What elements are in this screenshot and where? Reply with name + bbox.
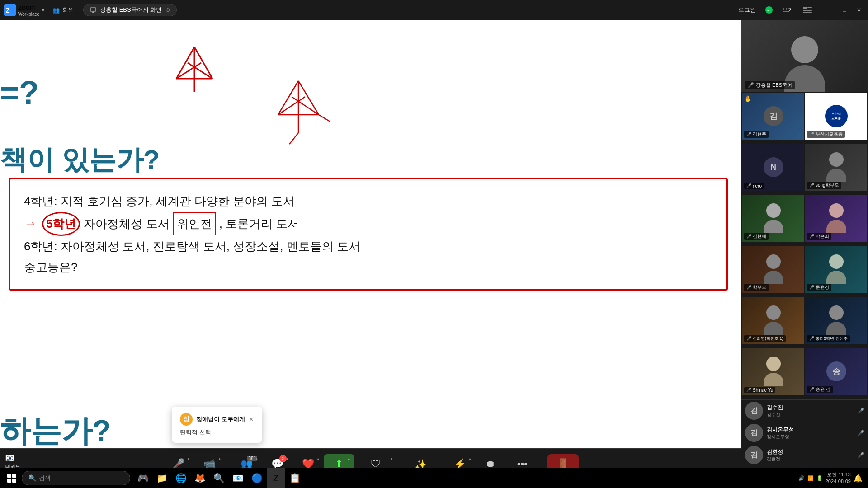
share-caret[interactable]: ▲ — [347, 457, 351, 461]
person-body — [826, 220, 846, 233]
named-participant-row: 김 김시온무성 김시온무성 🎤 — [741, 422, 868, 444]
person-head — [829, 305, 844, 320]
svg-rect-8 — [807, 7, 812, 8]
meeting-label: 회의 — [62, 6, 74, 14]
slide-content: =? 책이 있는가? 4학년: 지적 호기심 증가, 세계관 다양한 분야의 도… — [0, 20, 741, 488]
red-star-1 — [158, 42, 231, 106]
taskbar-app-2[interactable]: 📁 — [153, 468, 171, 488]
notification-icon[interactable]: 🔔 — [854, 474, 863, 483]
mic-icon: 🎤 — [746, 285, 751, 290]
taskbar-app-6[interactable]: 📧 — [229, 468, 247, 488]
zoom-logo[interactable]: Z zoom Workplace ▾ — [4, 4, 44, 17]
shield-icon: ✓ — [765, 6, 773, 14]
np-name: 김수진 — [767, 404, 858, 412]
participant-name-tag: 🎤 학부모 — [744, 284, 769, 291]
red-star-2 — [258, 74, 339, 151]
chat-caret[interactable]: ▲ — [286, 457, 289, 461]
participant-name-tag: 🎤 nero — [744, 183, 764, 189]
maximize-btn[interactable]: □ — [839, 5, 850, 15]
svg-line-16 — [176, 63, 201, 79]
slide-main-question: 책이 있는가? — [0, 142, 160, 178]
participant-name-tag: 🎤 박은희 — [807, 233, 831, 240]
participant-cell: 🎤 홍리5학년 권혜주 — [805, 297, 867, 344]
notif-message: 탄력적 선택 — [180, 428, 254, 436]
right-panel[interactable]: › 🎤 강홍철 EBS국어 ✋ 김 — [741, 20, 868, 488]
participant-avatar: 송 — [826, 361, 846, 381]
search-placeholder: 검색 — [39, 474, 51, 482]
svg-line-17 — [188, 63, 212, 79]
taskbar-app-4[interactable]: 🦊 — [191, 468, 209, 488]
participant-name: 부산시교육총 — [816, 131, 843, 137]
active-screen-tab[interactable]: 강홍철 EBS국어의 화면 ⊙ — [83, 4, 177, 16]
taskbar-app-8[interactable]: 📋 — [286, 468, 304, 488]
notif-sender: 정애님이 모두에게 — [196, 415, 245, 423]
audio-caret[interactable]: ▲ — [187, 457, 190, 461]
participants-caret[interactable]: ▲ — [255, 457, 259, 461]
svg-rect-11 — [803, 12, 812, 13]
slide-content-box: 4학년: 지적 호기심 증가, 세계관 다양한 분야의 도서 → 5학년 자아정… — [9, 178, 728, 291]
svg-rect-7 — [803, 7, 807, 9]
mic-icon: 🎤 — [809, 183, 814, 188]
apps-caret[interactable]: ▲ — [468, 457, 472, 461]
windows-icon — [7, 474, 16, 483]
host-tools-caret[interactable]: ▲ — [390, 457, 393, 461]
taskbar-app-1[interactable]: 🎮 — [134, 468, 152, 488]
presentation-area: =? 책이 있는가? 4학년: 지적 호기심 증가, 세계관 다양한 분야의 도… — [0, 20, 741, 488]
participant-name-tag: 🎤 부산시교육총 — [807, 131, 845, 138]
active-tab-label: 강홍철 EBS국어의 화면 — [100, 6, 162, 14]
app-dropdown-arrow[interactable]: ▾ — [42, 8, 44, 13]
participant-name: 홍리5학년 권혜주 — [816, 336, 848, 342]
main-content: =? 책이 있는가? 4학년: 지적 호기심 증가, 세계관 다양한 분야의 도… — [0, 20, 868, 488]
participant-name: nero — [753, 183, 762, 188]
svg-line-13 — [194, 47, 212, 79]
user-flag: 🇰🇷 — [5, 454, 37, 462]
np-avatar: 김 — [745, 424, 763, 442]
tray-icon-3: 🔋 — [816, 475, 823, 481]
start-button[interactable] — [2, 468, 22, 488]
active-tab-options[interactable]: ⊙ — [165, 7, 170, 13]
svg-rect-10 — [803, 10, 812, 11]
minimize-btn[interactable]: ─ — [825, 5, 835, 15]
mic-icon: 🎤 — [809, 285, 814, 290]
taskbar-search[interactable]: 🔍 검색 — [22, 471, 130, 485]
participant-name: 문윤경 — [816, 284, 829, 291]
mic-icon: 🎤 — [809, 234, 814, 239]
participant-cell: ✋ 김 🎤 김현주 — [742, 93, 804, 140]
org-logo: 부산시교육총 — [825, 105, 848, 127]
grade5-rest: 자아정체성 도서 — [84, 213, 169, 235]
participant-cell: N 🎤 nero — [742, 144, 804, 191]
participant-name: Shinae Yu — [753, 388, 773, 393]
person-head — [766, 357, 781, 371]
taskbar-zoom-app[interactable]: Z — [267, 468, 285, 488]
close-btn[interactable]: ✕ — [854, 5, 864, 15]
zoom-icon: Z — [4, 4, 16, 16]
notif-close-btn[interactable]: ✕ — [249, 416, 254, 423]
participant-name: 신회영(학진조 1) — [753, 336, 783, 342]
participant-avatar: N — [764, 157, 783, 177]
slide-question-1: =? — [0, 74, 39, 111]
mic-icon: 🎤 — [746, 183, 751, 188]
zoom-wordmark: zoom — [18, 4, 39, 12]
mic-icon: 🎤 — [809, 336, 814, 341]
mic-icon: 🎤 — [746, 132, 751, 136]
screen-share-icon — [90, 7, 96, 13]
participant-name: song학부모 — [816, 182, 839, 188]
named-participant-row: 김 김수진 김수진 🎤 — [741, 399, 868, 422]
person-body — [764, 322, 783, 335]
participant-name: 김현예 — [753, 233, 766, 239]
taskbar-app-7[interactable]: 🔵 — [248, 468, 266, 488]
taskbar-app-3[interactable]: 🌐 — [172, 468, 190, 488]
participant-name-tag: 🎤 Shinae Yu — [744, 387, 775, 393]
taskbar-app-5[interactable]: 🔍 — [210, 468, 228, 488]
participant-name: 송윤 김 — [816, 386, 830, 393]
view-btn[interactable]: 보기 — [778, 5, 797, 15]
participant-name-tag: 🎤 김현주 — [744, 131, 769, 138]
titlebar: Z zoom Workplace ▾ 👥 회의 강홍철 EBS국어의 화면 ⊙ … — [0, 0, 868, 20]
meeting-nav[interactable]: 👥 회의 — [48, 4, 79, 16]
video-caret[interactable]: ▲ — [218, 457, 222, 461]
login-btn[interactable]: 로그인 — [735, 5, 760, 15]
person-body — [764, 271, 783, 284]
participant-cell: 🎤 문윤경 — [805, 246, 867, 293]
participant-name: 학부모 — [753, 284, 766, 291]
reaction-caret[interactable]: ▲ — [316, 457, 320, 461]
